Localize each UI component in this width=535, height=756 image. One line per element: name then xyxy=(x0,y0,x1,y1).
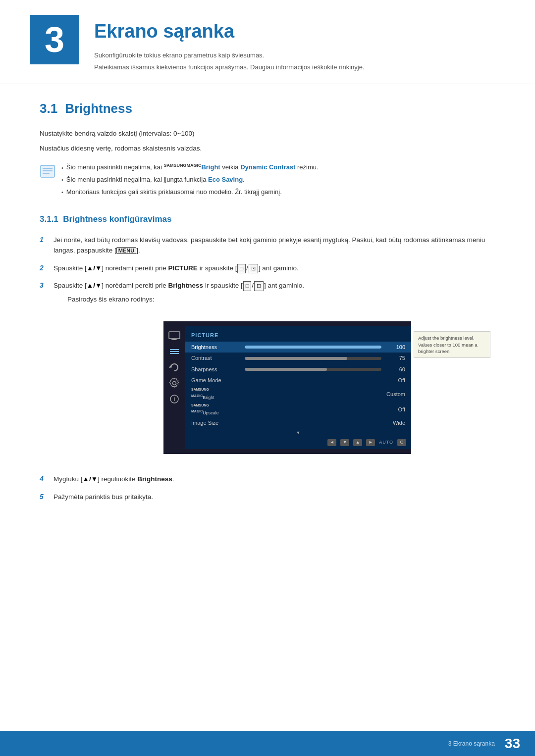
osd-tooltip: Adjust the brightness level. Values clos… xyxy=(414,331,490,358)
osd-row-magicupscale: SAMSUNGMAGICUpscale Off xyxy=(185,402,411,418)
chapter-header: 3 Ekrano sąranka Sukonfigūruokite tokius… xyxy=(0,0,535,84)
subsection-title: 3.1.1 Brightness konfigūravimas xyxy=(40,213,495,226)
svg-text:i: i xyxy=(174,397,175,402)
footer-chapter-text: 3 Ekrano sąranka xyxy=(448,739,495,748)
osd-btn-right: ► xyxy=(366,439,375,446)
svg-marker-10 xyxy=(169,365,172,368)
chapter-title-block: Ekrano sąranka Sukonfigūruokite tokius e… xyxy=(94,15,365,74)
note-icon xyxy=(40,163,55,179)
osd-row-gamemode: Game Mode Off xyxy=(185,375,411,386)
note-line-1: • Šio meniu pasirinkti negalima, kai SAM… xyxy=(61,162,495,172)
note-line-3-text: Monitoriaus funkcijos gali skirtis prikl… xyxy=(66,187,282,197)
main-content: 3.1Brightness Nustatykite bendrą vaizdo … xyxy=(0,99,535,502)
svg-rect-4 xyxy=(169,332,180,339)
chapter-title: Ekrano sąranka xyxy=(94,17,365,46)
osd-main: PICTURE Brightness 100 Contrast xyxy=(185,326,411,449)
gear-icon xyxy=(167,378,181,389)
step-3-sub: Pasirodys šis ekrano rodinys: xyxy=(67,294,495,305)
osd-row-magicbright: SAMSUNGMAGICBright Custom xyxy=(185,386,411,402)
chapter-number: 3 xyxy=(30,15,79,64)
osd-row-brightness: Brightness 100 xyxy=(185,342,411,353)
step-3: 3 Spauskite [▲/▼] norėdami pereiti prie … xyxy=(40,280,495,304)
note-line-2: • Šio meniu pasirinkti negalima, kai įju… xyxy=(61,175,495,185)
osd-btn-up: ▲ xyxy=(353,439,362,446)
note-box: • Šio meniu pasirinkti negalima, kai SAM… xyxy=(40,162,495,199)
note-lines: • Šio meniu pasirinkti negalima, kai SAM… xyxy=(61,162,495,199)
osd-btn-power: Ο xyxy=(397,439,406,446)
rotate-icon xyxy=(167,362,181,373)
step-1: 1 Jei norite, kad būtų rodomas klavišų v… xyxy=(40,235,495,256)
note-line-3: • Monitoriaus funkcijos gali skirtis pri… xyxy=(61,187,495,197)
osd-bar-contrast xyxy=(245,357,381,360)
info-icon: i xyxy=(167,394,181,404)
osd-btn-down: ▼ xyxy=(340,439,349,446)
step-4: 4 Mygtuku [▲/▼] reguliuokite Brightness. xyxy=(40,474,495,485)
osd-btn-auto-label: AUTO xyxy=(379,439,393,446)
body-text-2: Nustačius didesnę vertę, rodomas skaiste… xyxy=(40,143,495,154)
page: 3 Ekrano sąranka Sukonfigūruokite tokius… xyxy=(0,0,535,756)
section-title: 3.1Brightness xyxy=(40,99,495,118)
osd-btn-left: ◄ xyxy=(327,439,336,446)
osd-row-imagesize: Image Size Wide xyxy=(185,417,411,429)
svg-rect-0 xyxy=(41,165,54,177)
osd-container: i PICTURE Brightness 100 xyxy=(163,321,411,454)
osd-row-sharpness: Sharpness 60 xyxy=(185,364,411,375)
chapter-desc2: Pateikiamas išsamus kiekvienos funkcijos… xyxy=(94,62,365,72)
step-2: 2 Spauskite [▲/▼] norėdami pereiti prie … xyxy=(40,263,495,274)
page-footer: 3 Ekrano sąranka 33 xyxy=(0,731,535,756)
osd-bar-sharpness xyxy=(245,368,381,371)
osd-bottom-bar: ◄ ▼ ▲ ► AUTO Ο xyxy=(185,437,411,446)
osd-inner: i PICTURE Brightness 100 xyxy=(163,326,411,449)
step-5-text: Pažymėta parinktis bus pritaikyta. xyxy=(54,492,495,503)
chapter-desc1: Sukonfigūruokite tokius ekrano parametru… xyxy=(94,50,365,60)
lines-icon xyxy=(167,346,181,357)
osd-row-contrast: Contrast 75 xyxy=(185,353,411,364)
osd-bar-brightness xyxy=(245,346,381,349)
footer-page-number: 33 xyxy=(505,733,520,754)
scroll-indicator: ▼ xyxy=(185,429,411,438)
osd-sidebar: i xyxy=(163,326,185,449)
osd-screenshot-area: i PICTURE Brightness 100 xyxy=(79,311,495,464)
body-text-1: Nustatykite bendrą vaizdo skaistį (inter… xyxy=(40,128,495,139)
step-5: 5 Pažymėta parinktis bus pritaikyta. xyxy=(40,492,495,503)
monitor-icon xyxy=(167,330,181,341)
svg-point-11 xyxy=(173,382,176,385)
osd-header: PICTURE xyxy=(185,329,411,342)
